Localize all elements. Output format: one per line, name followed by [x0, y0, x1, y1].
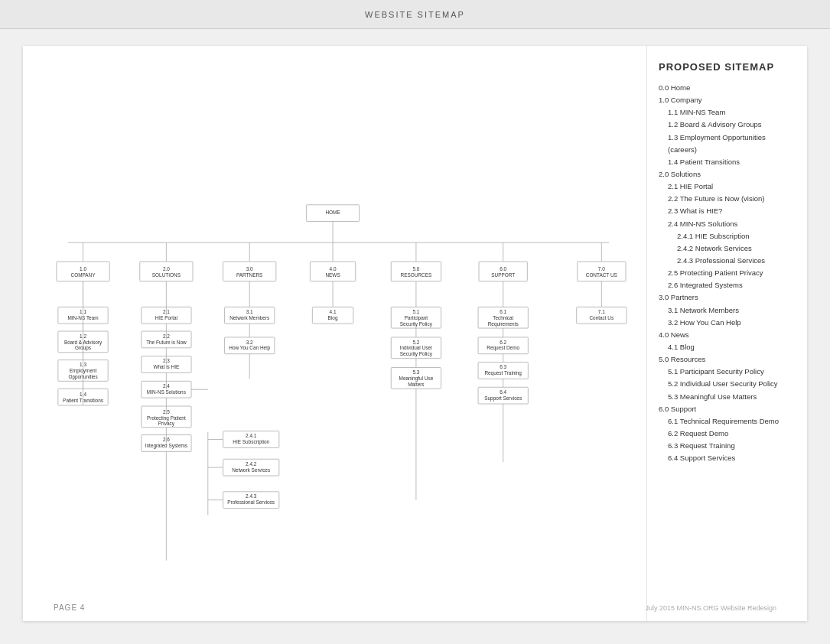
svg-text:6.4: 6.4	[500, 389, 506, 395]
svg-text:4.0: 4.0	[330, 266, 337, 272]
main-page: .node-box { fill: white; stroke: #aaa; s…	[23, 46, 807, 621]
svg-text:2.4.1: 2.4.1	[246, 433, 257, 438]
svg-text:7.0: 7.0	[598, 266, 605, 272]
proposed-list: 0.0 Home1.0 Company1.1 MIN-NS Team1.2 Bo…	[659, 82, 796, 464]
page-credit: July 2015 MIN-NS.ORG Website Redesign	[646, 604, 776, 612]
svg-text:6.3: 6.3	[500, 364, 506, 369]
proposed-item: 2.4.3 Professional Services	[659, 255, 796, 267]
svg-text:3.0: 3.0	[246, 266, 253, 272]
svg-rect-20	[310, 262, 355, 281]
svg-rect-29	[578, 262, 626, 281]
diagram-area: .node-box { fill: white; stroke: #aaa; s…	[23, 46, 650, 621]
svg-text:Privacy: Privacy	[158, 421, 175, 427]
proposed-panel: PROPOSED SITEMAP 0.0 Home1.0 Company1.1 …	[646, 46, 807, 621]
svg-text:RESOURCES: RESOURCES	[401, 273, 432, 278]
svg-text:HIE Subscription: HIE Subscription	[233, 439, 269, 445]
svg-text:1.0: 1.0	[80, 266, 86, 272]
proposed-item: 4.0 News	[659, 329, 796, 341]
header-bar: WEBSITE SITEMAP	[0, 0, 830, 29]
svg-text:6.2: 6.2	[500, 340, 506, 345]
proposed-item: 2.4.2 Network Services	[659, 242, 796, 255]
proposed-item: 1.4 Patient Transitions	[659, 156, 796, 168]
proposed-item: 6.1 Technical Requirements Demo	[659, 415, 796, 428]
proposed-item: 2.4.1 HIE Subscription	[659, 230, 796, 242]
svg-text:5.2: 5.2	[412, 340, 419, 345]
page: WEBSITE SITEMAP .node-box { fill: white;…	[0, 0, 830, 644]
svg-text:5.0: 5.0	[412, 266, 419, 272]
page-number: PAGE 4	[54, 603, 85, 612]
svg-rect-14	[140, 262, 193, 281]
svg-text:3.1: 3.1	[246, 309, 253, 314]
svg-text:PARTNERS: PARTNERS	[236, 273, 262, 278]
proposed-item: 5.3 Meaningful Use Matters	[659, 391, 796, 403]
proposed-item: 2.1 HIE Portal	[659, 181, 796, 193]
svg-text:Request Demo: Request Demo	[487, 345, 519, 351]
proposed-item: 2.4 MIN-NS Solutions	[659, 218, 796, 230]
svg-text:NEWS: NEWS	[325, 273, 340, 278]
proposed-item: 5.2 Individual User Security Policy	[659, 378, 796, 390]
svg-text:Requirements: Requirements	[488, 321, 519, 327]
svg-text:2.4.2: 2.4.2	[246, 461, 257, 467]
svg-text:CONTACT US: CONTACT US	[586, 273, 617, 278]
svg-text:Integrated Systems: Integrated Systems	[145, 443, 187, 449]
svg-rect-17	[223, 262, 276, 281]
proposed-item: 1.0 Company	[659, 94, 796, 106]
svg-text:Protecting Patient: Protecting Patient	[147, 415, 186, 421]
svg-text:6.1: 6.1	[500, 309, 506, 314]
header-title: WEBSITE SITEMAP	[365, 10, 465, 19]
svg-text:5.1: 5.1	[412, 309, 419, 314]
proposed-item: 2.2 The Future is Now (vision)	[659, 193, 796, 205]
proposed-item: 3.1 Network Members	[659, 304, 796, 317]
svg-text:MIN-NS Solutions: MIN-NS Solutions	[147, 389, 186, 395]
svg-rect-26	[479, 262, 527, 281]
svg-text:Technical: Technical	[493, 315, 513, 320]
svg-text:COMPANY: COMPANY	[71, 273, 96, 278]
proposed-item: 3.2 How You Can Help	[659, 317, 796, 329]
svg-text:Professional Services: Professional Services	[227, 499, 275, 505]
svg-text:Network Members: Network Members	[229, 315, 269, 320]
proposed-item: 4.1 Blog	[659, 341, 796, 353]
svg-text:Participant: Participant	[405, 315, 428, 321]
svg-text:Matters: Matters	[408, 382, 424, 387]
proposed-item: 1.3 Employment Opportunities (careers)	[659, 132, 796, 156]
proposed-title: PROPOSED SITEMAP	[659, 61, 796, 73]
proposed-item: 2.0 Solutions	[659, 168, 796, 181]
svg-text:Contact Us: Contact Us	[589, 315, 614, 320]
proposed-item: 1.2 Board & Advisory Groups	[659, 119, 796, 131]
proposed-item: 5.0 Resources	[659, 353, 796, 366]
proposed-item: 0.0 Home	[659, 82, 796, 94]
svg-text:HIE Portal: HIE Portal	[155, 315, 177, 320]
svg-text:What is HIE: What is HIE	[153, 364, 179, 369]
proposed-item: 2.6 Integrated Systems	[659, 279, 796, 291]
proposed-item: 2.5 Protecting Patient Privacy	[659, 267, 796, 279]
svg-text:2.4.3: 2.4.3	[246, 493, 257, 499]
svg-text:4.1: 4.1	[330, 309, 337, 314]
proposed-item: 2.3 What is HIE?	[659, 205, 796, 217]
svg-text:Individual User: Individual User	[400, 345, 433, 350]
svg-text:6.0: 6.0	[500, 266, 506, 272]
page-footer: PAGE 4 July 2015 MIN-NS.ORG Website Rede…	[23, 603, 807, 612]
proposed-item: 5.1 Participant Security Policy	[659, 366, 796, 378]
proposed-item: 3.0 Partners	[659, 291, 796, 304]
svg-text:The Future is Now: The Future is Now	[146, 340, 187, 345]
svg-rect-11	[57, 262, 109, 281]
sitemap-diagram: .node-box { fill: white; stroke: #aaa; s…	[23, 46, 650, 621]
svg-text:5.3: 5.3	[412, 369, 419, 375]
svg-text:Security Policy: Security Policy	[400, 321, 433, 327]
svg-text:SUPPORT: SUPPORT	[491, 273, 515, 278]
proposed-item: 6.3 Request Training	[659, 440, 796, 452]
svg-text:HOME: HOME	[325, 210, 340, 215]
proposed-item: 6.0 Support	[659, 403, 796, 415]
svg-rect-23	[391, 262, 441, 281]
svg-text:Request Training: Request Training	[484, 370, 522, 376]
svg-text:How You Can Help: How You Can Help	[229, 345, 270, 351]
svg-text:SOLUTIONS: SOLUTIONS	[152, 273, 181, 278]
proposed-item: 6.4 Support Services	[659, 452, 796, 464]
svg-text:7.1: 7.1	[598, 309, 605, 314]
svg-text:Network Services: Network Services	[232, 467, 270, 473]
svg-text:Security Policy: Security Policy	[400, 351, 433, 357]
svg-text:Blog: Blog	[328, 315, 338, 321]
proposed-item: 1.1 MIN-NS Team	[659, 106, 796, 119]
svg-text:2.0: 2.0	[163, 266, 170, 272]
svg-text:Meaningful Use: Meaningful Use	[399, 376, 434, 382]
